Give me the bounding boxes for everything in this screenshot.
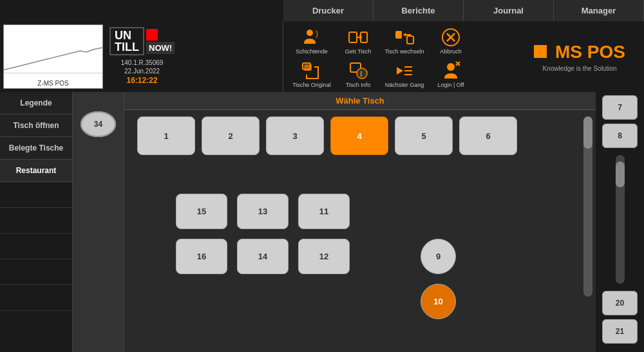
tab-drucker[interactable]: Drucker xyxy=(283,0,374,21)
tab-manager[interactable]: Manager xyxy=(554,0,644,21)
table-4[interactable]: 4 xyxy=(330,116,388,155)
svg-rect-10 xyxy=(407,36,413,44)
tische-original-label: Tische Original xyxy=(292,82,331,89)
table-8[interactable]: 8 xyxy=(602,124,638,148)
icon-getr-tisch[interactable]: Getr.Tisch xyxy=(335,24,381,58)
table-7[interactable]: 7 xyxy=(602,95,638,120)
naechster-gang-icon xyxy=(394,60,415,81)
table-21[interactable]: 21 xyxy=(602,319,638,344)
login-off-label: Login | Off xyxy=(437,82,464,89)
svg-rect-0 xyxy=(4,26,102,77)
svg-point-2 xyxy=(307,30,313,36)
sidebar-row-5 xyxy=(0,285,72,311)
time-info: 16:12:22 xyxy=(121,76,164,85)
table-6[interactable]: 6 xyxy=(459,116,517,155)
table-scrollbar[interactable] xyxy=(583,116,592,297)
icon-schichtende[interactable]: ) Schichtende xyxy=(289,24,335,58)
table-10[interactable]: 10 xyxy=(421,284,456,319)
svg-rect-4 xyxy=(349,32,357,42)
sidebar-row-3 xyxy=(0,234,72,259)
table-3[interactable]: 3 xyxy=(266,116,324,155)
untill-logo: UNTILL NOW! xyxy=(109,27,175,55)
header-top-bar: Drucker Berichte Journal Manager xyxy=(0,0,644,21)
table-16[interactable]: 16 xyxy=(176,239,227,274)
main-content: Legende Tisch öffnen Belegte Tische Rest… xyxy=(0,92,644,352)
sidebar-restaurant[interactable]: Restaurant xyxy=(0,160,72,182)
abbruch-icon xyxy=(440,27,461,48)
svg-rect-9 xyxy=(395,31,402,39)
icon-abbruch[interactable]: Abbruch xyxy=(428,24,474,58)
header-bottom: Z-MS POS UNTILL NOW! 140.1.R.35069 22.Ju… xyxy=(0,21,644,92)
toolbar-section: ) Schichtende Getr.Tisch xyxy=(283,21,515,92)
now-label: NOW! xyxy=(146,42,175,54)
brand-tagline: Knowledge is the Solution xyxy=(542,65,616,72)
untill-logo-area: UNTILL NOW! 140.1.R.35069 22.Jun.2022 16… xyxy=(106,24,178,89)
table-1[interactable]: 1 xyxy=(137,116,195,155)
table-11[interactable]: 11 xyxy=(298,194,350,229)
tisch-wechseln-icon xyxy=(394,27,415,48)
tisch-wechseln-label: Tisch wechseln xyxy=(384,49,424,55)
ms-square-icon xyxy=(534,45,547,58)
tisch-info-label: Tisch Info xyxy=(346,82,371,89)
tisch-info-icon: i xyxy=(348,60,368,81)
info-rows: 140.1.R.35069 22.Jun.2022 16:12:22 xyxy=(121,58,164,86)
naechster-gang-label: Nächster Gang xyxy=(385,82,424,89)
left-sidebar: Legende Tisch öffnen Belegte Tische Rest… xyxy=(0,92,73,352)
table-5[interactable]: 5 xyxy=(395,116,453,155)
brand-name: MS POS xyxy=(555,42,625,62)
oval-tables-column: 30 31 32 33 34 xyxy=(73,92,124,352)
scrollbar-thumb xyxy=(583,116,592,149)
mspos-brand: MS POS Knowledge is the Solution xyxy=(515,21,644,92)
table-14[interactable]: 14 xyxy=(237,239,289,274)
icon-tisch-info[interactable]: i Tisch Info xyxy=(335,58,381,91)
getr-tisch-label: Getr.Tisch xyxy=(345,49,372,55)
table-area: Wähle Tisch 1 2 3 4 5 6 15 13 11 16 14 1… xyxy=(124,92,596,352)
sidebar-belegte-tische[interactable]: Belegte Tische xyxy=(0,137,72,160)
table-2[interactable]: 2 xyxy=(202,116,260,155)
table-15[interactable]: 15 xyxy=(176,194,227,229)
table-area-wrapper: 30 31 32 33 34 Wähle Tisch 1 2 3 4 5 6 1… xyxy=(73,92,644,352)
table-oval-34[interactable]: 34 xyxy=(80,111,116,137)
version-info: 140.1.R.35069 xyxy=(121,59,164,66)
svg-text:): ) xyxy=(316,29,318,38)
right-scrollbar[interactable] xyxy=(616,155,625,284)
table-floor: 1 2 3 4 5 6 15 13 11 16 14 12 9 10 xyxy=(124,110,596,352)
right-scrollbar-thumb xyxy=(616,162,625,187)
table-12[interactable]: 12 xyxy=(298,239,350,274)
table-13[interactable]: 13 xyxy=(237,194,289,229)
red-indicator xyxy=(146,29,158,41)
sidebar-row-1 xyxy=(0,182,72,208)
tische-original-icon xyxy=(301,60,322,81)
tab-berichte[interactable]: Berichte xyxy=(374,0,464,21)
icon-tisch-wechseln[interactable]: Tisch wechseln xyxy=(381,24,428,58)
sidebar-empty xyxy=(0,182,72,352)
getr-tisch-icon xyxy=(348,27,368,48)
icon-login-off[interactable]: Login | Off xyxy=(428,58,474,91)
sidebar-row-2 xyxy=(0,208,72,234)
icon-tische-original[interactable]: Tische Original xyxy=(289,58,335,91)
untill-section: Z-MS POS UNTILL NOW! 140.1.R.35069 22.Ju… xyxy=(0,21,283,92)
icon-naechster-gang[interactable]: Nächster Gang xyxy=(381,58,428,91)
schichtende-label: Schichtende xyxy=(296,49,328,55)
login-off-icon xyxy=(440,60,461,81)
header-spacer xyxy=(0,0,283,21)
date-info: 22.Jun.2022 xyxy=(121,68,164,75)
right-panel: 7 8 20 21 xyxy=(596,92,644,352)
sidebar-tisch-oeffnen[interactable]: Tisch öffnen xyxy=(0,115,72,137)
mspos-logo: MS POS xyxy=(534,42,625,62)
table-20[interactable]: 20 xyxy=(602,291,638,315)
sidebar-legende[interactable]: Legende xyxy=(0,92,72,115)
untill-now: NOW! xyxy=(146,29,175,54)
svg-text:i: i xyxy=(360,69,362,79)
header-tabs: Drucker Berichte Journal Manager xyxy=(283,0,644,21)
schichtende-icon: ) xyxy=(301,27,322,48)
tab-journal[interactable]: Journal xyxy=(464,0,554,21)
table-9[interactable]: 9 xyxy=(421,239,456,274)
screen-graph-box: Z-MS POS xyxy=(3,24,103,89)
table-area-header: Wähle Tisch xyxy=(124,92,596,110)
svg-point-22 xyxy=(447,63,455,71)
sidebar-row-4 xyxy=(0,259,72,285)
header: Drucker Berichte Journal Manager Z-MS PO… xyxy=(0,0,644,92)
abbruch-label: Abbruch xyxy=(440,49,462,55)
svg-rect-15 xyxy=(304,64,312,71)
